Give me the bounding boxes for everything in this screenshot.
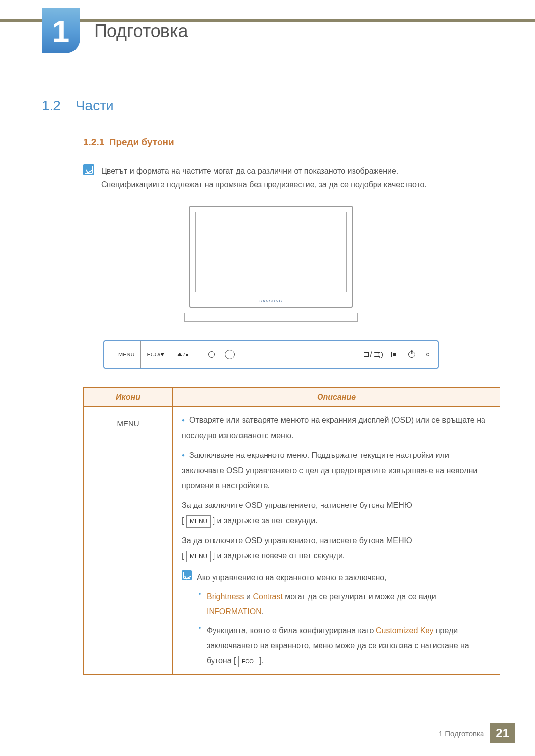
lock-instr-2b: и задръжте повече от пет секунди. [215, 552, 345, 560]
menu-button-frame-2: MENU [186, 551, 211, 563]
footer-chapter-ref: 1 Подготовка [439, 729, 484, 738]
note-icon [83, 164, 94, 175]
page-footer: 1 Подготовка 21 [439, 723, 515, 743]
subsection-number: 1.2.1 [83, 137, 104, 147]
inner-note-item-2: Функцията, която е била конфигурирана ка… [197, 623, 491, 668]
screen-area [195, 212, 347, 292]
up-enter-label: / [171, 341, 194, 368]
source-auto-icon: / [364, 350, 380, 359]
note-icon [182, 570, 192, 580]
menu-button-label: MENU [112, 341, 141, 368]
footer-page-number: 21 [490, 723, 515, 743]
desc-bullet-2: Заключване на екранното меню: Поддържате… [182, 451, 477, 490]
section-heading: 1.2 Части [42, 98, 500, 114]
note-line-1: Цветът и формата на частите могат да са … [101, 164, 427, 178]
subsection-title: Преди бутони [109, 137, 174, 147]
button-bar-detail: MENU ECO/ / / [103, 340, 439, 369]
monitor-stand [184, 313, 358, 322]
lock-instr-2a: За да отключите OSD управлението, натисн… [182, 536, 412, 545]
enter-dot-icon [186, 354, 188, 356]
eco-button-frame: ECO [238, 656, 257, 667]
footer-divider [20, 721, 515, 721]
circle-medium-icon [225, 350, 235, 359]
power-icon [408, 351, 415, 358]
brand-logo: SAMSUNG [190, 299, 352, 303]
monitor-outline: SAMSUNG [189, 206, 353, 308]
inner-note-item-1: Brightness и Contrast могат да се регули… [197, 589, 491, 619]
subsection-heading: 1.2.1 Преди бутони [83, 137, 500, 148]
menu-button-frame: MENU [186, 515, 211, 528]
note-line-2: Спецификациите подлежат на промяна без п… [101, 178, 427, 191]
inner-note-intro: Ако управлението на екранното меню е зак… [197, 570, 491, 585]
icon-description-table: Икони Описание MENU ● Отваряте или затва… [83, 387, 500, 675]
inner-note: Ако управлението на екранното меню е зак… [182, 570, 491, 668]
up-arrow-icon [177, 353, 182, 356]
section-number: 1.2 [42, 98, 61, 114]
th-icons: Икони [84, 388, 173, 407]
chapter-title: Подготовка [94, 21, 188, 42]
chapter-badge: 1 [42, 8, 80, 53]
monitor-diagram: SAMSUNG MENU ECO/ / / [42, 206, 500, 369]
lock-instr-1b: и задръжте за пет секунди. [215, 516, 318, 525]
icon-cell-menu: MENU [84, 407, 173, 675]
section-title: Части [76, 98, 114, 114]
down-arrow-icon [160, 353, 165, 356]
led-indicator-icon [426, 353, 429, 356]
th-desc: Описание [173, 388, 500, 407]
note-callout: Цветът и формата на частите могат да са … [83, 164, 500, 191]
desc-bullet-1: Отваряте или затваряте менюто на екранни… [182, 416, 485, 439]
chapter-number: 1 [53, 13, 69, 49]
desc-cell-menu: ● Отваряте или затваряте менюто на екран… [173, 407, 500, 675]
pip-icon [391, 352, 397, 357]
eco-button-label: ECO/ [141, 341, 171, 368]
top-accent-bar [0, 19, 535, 22]
circle-small-icon [208, 351, 215, 358]
lock-instr-1a: За да заключите OSD управлението, натисн… [182, 501, 412, 509]
table-row: MENU ● Отваряте или затваряте менюто на … [84, 407, 500, 675]
